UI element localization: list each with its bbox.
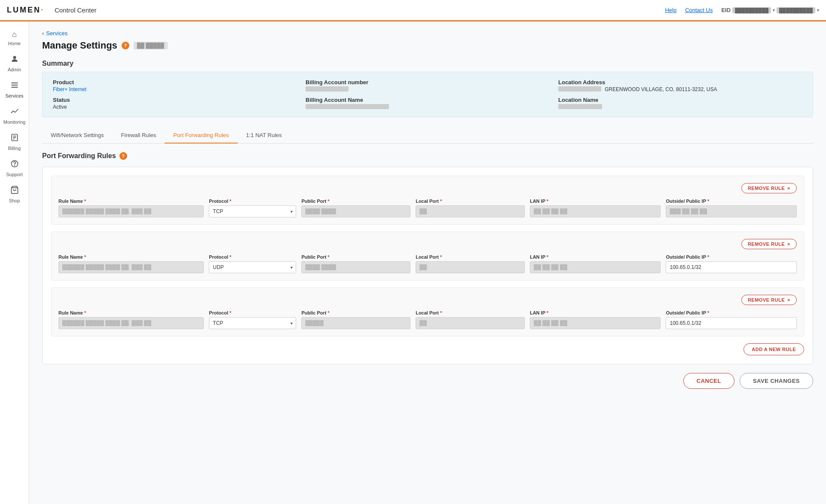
sidebar-item-label: Home: [8, 41, 21, 46]
summary-title: Summary: [42, 60, 813, 67]
public-port-field: Public Port *: [301, 310, 410, 329]
local-port-input[interactable]: [416, 317, 525, 329]
local-port-field: Local Port *: [416, 310, 525, 329]
lan-ip-input[interactable]: [530, 205, 661, 217]
remove-rule-button[interactable]: REMOVE RULE ×: [741, 295, 797, 305]
home-icon: ⌂: [12, 30, 17, 39]
protocol-field: Protocol * TCPUDPBoth ▾: [209, 199, 296, 217]
cancel-button[interactable]: CANCEL: [683, 373, 734, 389]
page-title: Manage Settings: [42, 40, 117, 51]
public-port-input[interactable]: [301, 205, 410, 217]
admin-icon: [10, 55, 19, 65]
help-icon[interactable]: ?: [122, 42, 129, 49]
sidebar-item-admin[interactable]: Admin: [0, 50, 29, 76]
help-link[interactable]: Help: [665, 7, 676, 13]
location-name-label: Location Name: [558, 97, 802, 103]
tabs: Wifi/Network Settings Firewall Rules Por…: [42, 128, 813, 144]
rule-name-field: Rule Name *: [58, 199, 204, 217]
protocol-select[interactable]: TCPUDPBoth: [209, 317, 296, 329]
save-button[interactable]: SAVE CHANGES: [740, 373, 813, 389]
tab-wifi[interactable]: Wifi/Network Settings: [42, 128, 113, 144]
tab-port-forwarding[interactable]: Port Forwarding Rules: [165, 128, 237, 144]
eid-value: ██████████: [732, 7, 771, 13]
summary-billing-name: Billing Account Name ████████ ██ ███████…: [306, 97, 550, 110]
remove-rule-button[interactable]: REMOVE RULE ×: [741, 239, 797, 249]
outside-ip-input[interactable]: [666, 261, 797, 273]
rule-name-input[interactable]: [58, 261, 204, 273]
app-title: Control Center: [55, 6, 97, 14]
outside-ip-label: Outside/ Public IP *: [666, 199, 797, 204]
page-title-row: Manage Settings ? ██ █████: [42, 40, 813, 51]
section-title: Port Forwarding Rules ?: [42, 152, 813, 160]
rule-card-header: REMOVE RULE ×: [58, 239, 797, 249]
rule-name-input[interactable]: [58, 317, 204, 329]
rule-name-field: Rule Name *: [58, 310, 204, 329]
protocol-select-wrapper: TCPUDPBoth ▾: [209, 317, 296, 329]
protocol-select-wrapper: TCPUDPBoth ▾: [209, 205, 296, 217]
contact-link[interactable]: Contact Us: [685, 7, 713, 13]
sidebar-item-support[interactable]: Support: [0, 155, 29, 181]
rule-card: REMOVE RULE × Rule Name * Protocol * TCP…: [51, 287, 804, 336]
local-port-input[interactable]: [416, 205, 525, 217]
outside-ip-field: Outside/ Public IP *: [666, 254, 797, 273]
local-port-input[interactable]: [416, 261, 525, 273]
local-port-field: Local Port *: [416, 254, 525, 273]
rule-name-input[interactable]: [58, 205, 204, 217]
rule-fields: Rule Name * Protocol * TCPUDPBoth ▾: [58, 254, 797, 273]
lan-ip-input[interactable]: [530, 317, 661, 329]
location-address-blurred: ████████: [558, 86, 601, 92]
main-content: ‹ Services Manage Settings ? ██ █████ Su…: [29, 21, 826, 504]
sidebar-item-billing[interactable]: Billing: [0, 129, 29, 155]
page-id: ██ █████: [134, 42, 168, 49]
breadcrumb-link[interactable]: Services: [46, 30, 67, 37]
rule-card: REMOVE RULE × Rule Name * Protocol * TCP…: [51, 176, 804, 225]
rule-name-field: Rule Name *: [58, 254, 204, 273]
outside-ip-label: Outside/ Public IP *: [666, 254, 797, 260]
port-forwarding-help-icon[interactable]: ?: [119, 152, 127, 160]
lan-ip-field: LAN IP *: [530, 254, 661, 273]
outside-ip-input[interactable]: [666, 205, 797, 217]
rule-card: REMOVE RULE × Rule Name * Protocol * TCP…: [51, 232, 804, 281]
sidebar-item-services[interactable]: Services: [0, 76, 29, 103]
shop-icon: [10, 186, 19, 196]
billing-icon: [10, 133, 19, 144]
sidebar-item-home[interactable]: ⌂ Home: [0, 26, 29, 50]
public-port-input[interactable]: [301, 317, 410, 329]
protocol-select[interactable]: TCPUDPBoth: [209, 261, 296, 273]
location-address-label: Location Address: [558, 79, 802, 86]
remove-rule-button[interactable]: REMOVE RULE ×: [741, 183, 797, 193]
tab-nat[interactable]: 1:1 NAT Rules: [238, 128, 291, 144]
outside-ip-input[interactable]: [666, 317, 797, 329]
main-layout: ⌂ Home Admin Services Monitoring Billi: [0, 21, 826, 504]
eid-chevron-icon[interactable]: ▾: [773, 8, 775, 12]
sidebar-item-label: Billing: [8, 146, 21, 151]
svg-rect-3: [11, 87, 18, 88]
summary-product: Product Fiber+ Internet: [53, 79, 297, 92]
summary-location-name: Location Name ████████████: [558, 97, 802, 110]
svg-point-9: [14, 165, 15, 166]
local-port-label: Local Port *: [416, 199, 525, 204]
sidebar-item-monitoring[interactable]: Monitoring: [0, 103, 29, 129]
tab-firewall[interactable]: Firewall Rules: [113, 128, 165, 144]
protocol-label: Protocol *: [209, 199, 296, 204]
public-port-input[interactable]: [301, 261, 410, 273]
account-chevron-icon[interactable]: ▾: [817, 8, 819, 12]
eid-label: EID: [721, 7, 731, 13]
product-label: Product: [53, 79, 297, 86]
services-icon: [10, 81, 19, 92]
lan-ip-label: LAN IP *: [530, 310, 661, 315]
sidebar-item-shop[interactable]: Shop: [0, 181, 29, 208]
svg-rect-2: [11, 85, 18, 86]
rule-name-label: Rule Name *: [58, 199, 204, 204]
protocol-select[interactable]: TCPUDPBoth: [209, 205, 296, 217]
outside-ip-field: Outside/ Public IP *: [666, 310, 797, 329]
monitoring-icon: [10, 107, 19, 118]
add-rule-button[interactable]: ADD A NEW RULE: [743, 343, 804, 355]
topbar-right: Help Contact Us EID ██████████ ▾ ███████…: [665, 7, 819, 13]
billing-name-label: Billing Account Name: [306, 97, 550, 103]
location-address-value: GREENWOOD VILLAGE, CO, 80111-3232, USA: [605, 86, 717, 92]
eid-section: EID ██████████ ▾ ██████████ ▾: [721, 7, 819, 13]
lan-ip-input[interactable]: [530, 261, 661, 273]
svg-point-0: [13, 56, 16, 59]
summary-location-address: Location Address ████████ GREENWOOD VILL…: [558, 79, 802, 92]
